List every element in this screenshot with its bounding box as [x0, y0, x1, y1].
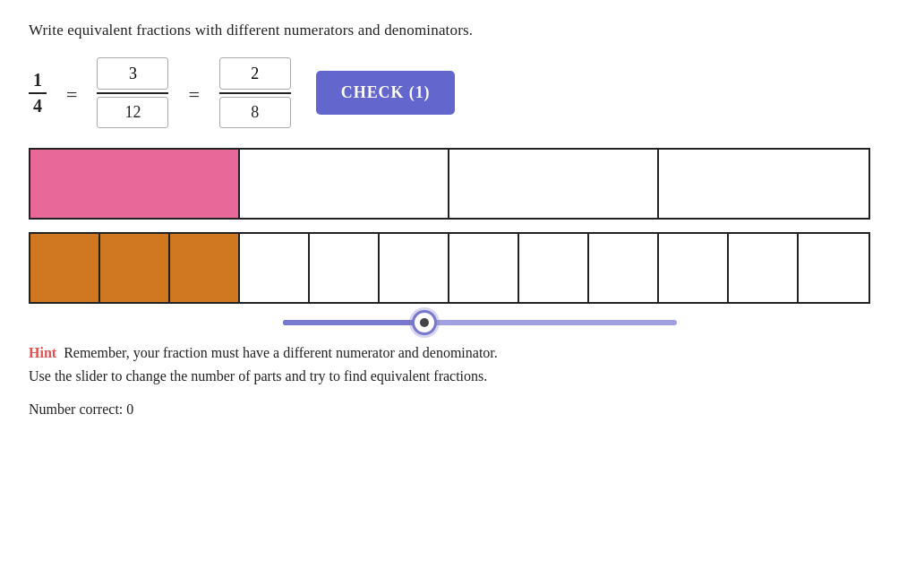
bar2-segment-3	[240, 234, 310, 302]
slider-track	[283, 320, 677, 325]
bar2-segment-10	[729, 234, 799, 302]
given-fraction: 1 4	[29, 70, 47, 116]
equals-1: =	[66, 80, 77, 107]
input-fraction-1-numerator[interactable]	[97, 57, 168, 90]
equals-2: =	[188, 80, 199, 107]
input-fraction-2: 8	[219, 57, 291, 128]
instruction-text: Write equivalent fractions with differen…	[29, 22, 895, 39]
slider-fill	[283, 320, 424, 325]
given-denominator: 4	[29, 96, 47, 116]
bar2-segment-2	[170, 234, 240, 302]
equation-row: 1 4 = 12 = 8 CHECK (1)	[29, 57, 895, 128]
given-numerator: 1	[29, 70, 47, 91]
number-correct: Number correct: 0	[29, 401, 895, 418]
slider-inner-dot	[420, 318, 429, 327]
slider-thumb[interactable]	[412, 310, 437, 335]
hint-line1: Remember, your fraction must have a diff…	[64, 345, 498, 360]
bar1-segment-3	[659, 150, 868, 218]
input-fraction-2-denominator: 8	[219, 97, 291, 128]
input-fraction-1-bar	[97, 92, 168, 94]
bar-2	[29, 232, 870, 304]
input-fraction-1-denominator: 12	[97, 97, 168, 128]
hint-line2: Use the slider to change the number of p…	[29, 368, 487, 384]
bar2-segment-8	[589, 234, 659, 302]
bar2-segment-6	[449, 234, 519, 302]
bar2-segment-9	[659, 234, 729, 302]
input-fraction-2-numerator[interactable]	[219, 57, 291, 90]
input-fraction-2-bar	[219, 92, 291, 94]
bar2-segment-4	[310, 234, 380, 302]
bar1-segment-2	[449, 150, 659, 218]
input-fraction-1: 12	[97, 57, 168, 128]
hint-block: HintRemember, your fraction must have a …	[29, 341, 895, 387]
bars-container	[29, 148, 895, 304]
check-button[interactable]: CHECK (1)	[316, 71, 456, 115]
slider-container	[247, 320, 677, 325]
bar2-segment-5	[380, 234, 449, 302]
bar-1	[29, 148, 870, 220]
bar1-segment-0	[30, 150, 240, 218]
bar2-segment-11	[799, 234, 868, 302]
hint-label: Hint	[29, 345, 56, 360]
bar1-segment-1	[240, 150, 449, 218]
bar2-segment-1	[100, 234, 170, 302]
bar2-segment-0	[30, 234, 100, 302]
bar2-segment-7	[519, 234, 589, 302]
given-fraction-bar	[29, 92, 47, 94]
